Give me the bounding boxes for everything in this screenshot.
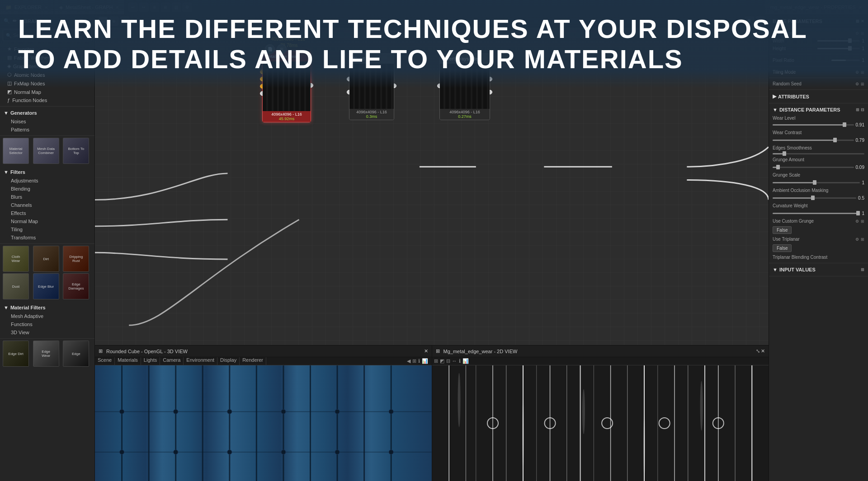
sidebar-item-functions[interactable]: Functions	[0, 320, 94, 328]
view-3d-title: Rounded Cube - OpenGL - 3D VIEW	[106, 349, 188, 354]
node-time-invert: 0.27ms	[442, 114, 488, 119]
thumb-edge[interactable]: Edge	[63, 341, 89, 367]
view-2d-panel: ⊞ Mg_metal_edge_wear - 2D VIEW ⤡ ✕ ⊞ ◩ ⊟…	[432, 346, 769, 481]
prop-ao-masking-value: 0.5	[858, 196, 864, 201]
sidebar-item-mesh-adaptive[interactable]: Mesh Adaptive	[0, 312, 94, 320]
prop-edges-smoothness-slider[interactable]	[773, 153, 864, 154]
nav-tab-display[interactable]: Display	[217, 357, 240, 365]
sidebar-cat-filters[interactable]: ▼ Filters	[0, 168, 94, 177]
thumb-edge-damages[interactable]: EdgeDamages	[63, 273, 89, 299]
node-resolution-metal: 4096x4096 - L16	[264, 112, 309, 117]
distance-params-icons: ⊞ ⊟	[856, 107, 864, 112]
prop-distance-params-header[interactable]: ▼ DISTANCE PARAMETERS ⊞ ⊟	[769, 105, 868, 114]
prop-row-custom-grunge-btn: False	[769, 225, 868, 235]
sidebar-item-blurs[interactable]: Blurs	[0, 193, 94, 201]
prop-custom-grunge-icon[interactable]: ⚙	[855, 219, 859, 224]
prop-input-values-section: ▼ INPUT VALUES ⊞	[769, 263, 868, 276]
thumb-dripping-rust[interactable]: DrippingRust	[63, 246, 89, 272]
sidebar-item-3d-view[interactable]: 3D View	[0, 328, 94, 336]
sidebar-item-normal-map[interactable]: ◩ Normal Map	[0, 88, 94, 96]
prop-triplanar-expand[interactable]: ⊞	[861, 237, 864, 242]
channels-label: Channels	[11, 202, 32, 208]
prop-wear-contrast-slider[interactable]	[773, 140, 854, 141]
view-3d-nav-icon-2[interactable]: ⊞	[412, 358, 416, 364]
thumb-edge-dirt[interactable]: Edge Dirt	[3, 341, 29, 367]
nav-tab-renderer[interactable]: Renderer	[240, 357, 266, 365]
view-2d-btn-6[interactable]: 📊	[462, 358, 469, 364]
view-2d-btn-5[interactable]: ℹ	[459, 358, 461, 364]
thumb-label-1: MaterialSelector	[8, 146, 23, 156]
prop-ao-masking-thumb	[811, 196, 815, 200]
transforms-label: Transforms	[11, 235, 36, 240]
prop-row-curvature-weight: Curvature Weight	[769, 202, 868, 210]
view-2d-btn-2[interactable]: ◩	[440, 358, 444, 364]
blending-label: Blending	[11, 186, 30, 191]
view-3d-nav-icon-4[interactable]: 📊	[422, 358, 428, 364]
view-2d-btn-4[interactable]: ↔	[452, 358, 457, 364]
blurs-label: Blurs	[11, 194, 22, 200]
view-3d-close-icon[interactable]: ✕	[424, 348, 428, 354]
view-3d-nav-icon-3[interactable]: ℹ	[418, 358, 420, 364]
view-3d-icon: ⊞	[99, 348, 103, 354]
prop-row-custom-grunge: Use Custom Grunge ⚙ ⊞	[769, 217, 868, 225]
sidebar-item-noises[interactable]: Noises	[0, 117, 94, 126]
nav-tab-camera[interactable]: Camera	[160, 357, 184, 365]
svg-point-18	[389, 409, 393, 414]
prop-grunge-scale-slider[interactable]	[773, 182, 860, 183]
prop-ao-masking-slider[interactable]	[773, 197, 856, 199]
prop-attributes-header[interactable]: ▶ ATTRIBUTES	[769, 92, 868, 101]
thumb-bottom-to-top[interactable]: Bottom ToTop	[63, 138, 89, 164]
thumb-material-selector[interactable]: MaterialSelector	[3, 138, 29, 164]
view-2d-btn-3[interactable]: ⊟	[446, 358, 450, 364]
sidebar-item-tiling[interactable]: Tiling	[0, 225, 94, 233]
thumb-label-edge: Edge	[71, 351, 81, 357]
thumb-dust[interactable]: Dust	[3, 273, 29, 299]
nav-tab-materials[interactable]: Materials	[115, 357, 141, 365]
thumb-edge-wear[interactable]: EdgeWear	[33, 341, 59, 367]
prop-triplanar-icon[interactable]: ⚙	[855, 237, 859, 242]
sidebar-filters-section: ▼ Filters Adjustments Blending Blurs Cha…	[0, 166, 94, 244]
svg-point-24	[389, 450, 393, 454]
thumb-edge-blur[interactable]: Edge Blur	[33, 273, 59, 299]
view-2d-toolbar: ⊞ ◩ ⊟ ↔ ℹ 📊	[432, 357, 769, 365]
sidebar-item-adjustments[interactable]: Adjustments	[0, 177, 94, 185]
sidebar-item-channels[interactable]: Channels	[0, 201, 94, 209]
thumb-label-rust: DrippingRust	[68, 254, 84, 264]
node-resolution-blend: 4096x4096 - L16	[351, 110, 392, 114]
thumbnail-grid-3: Edge Dirt EdgeWear Edge	[0, 339, 94, 369]
prop-curvature-weight-slider[interactable]	[773, 213, 860, 214]
view-3d-nav-icon-1[interactable]: ◀	[407, 358, 410, 364]
prop-wear-level-thumb	[843, 122, 846, 127]
prop-wear-level-slider[interactable]	[773, 124, 854, 126]
sidebar-cat-generators[interactable]: ▼ Generators	[0, 108, 94, 117]
view-2d-close-icon[interactable]: ✕	[761, 348, 765, 354]
prop-row-triplanar: Use Triplanar ⚙ ⊞	[769, 235, 868, 243]
view-2d-expand-icon[interactable]: ⤡	[756, 348, 760, 354]
view-2d-btn-1[interactable]: ⊞	[434, 358, 438, 364]
banner-line-1: LEARN THE DIFFERENT TECHNIQUES AT YOUR D…	[18, 14, 807, 44]
sidebar-item-transforms[interactable]: Transforms	[0, 233, 94, 242]
thumb-cloth-wear[interactable]: ClothWear	[3, 246, 29, 272]
prop-grunge-amount-slider[interactable]	[773, 167, 854, 168]
sidebar-item-patterns[interactable]: Patterns	[0, 126, 94, 134]
thumb-mesh-data[interactable]: Mesh DataCombiner	[33, 138, 59, 164]
sidebar-item-normal-map-filter[interactable]: Normal Map	[0, 217, 94, 225]
thumb-dirt[interactable]: Dirt	[33, 246, 59, 272]
sidebar-cat-material-filters[interactable]: ▼ Material Filters	[0, 303, 94, 312]
prop-custom-grunge-expand[interactable]: ⊞	[861, 219, 864, 224]
nav-tab-lights[interactable]: Lights	[141, 357, 160, 365]
prop-custom-grunge-btn[interactable]: False	[773, 226, 792, 234]
view-2d-content[interactable]	[432, 365, 769, 481]
prop-triplanar-btn[interactable]: False	[773, 244, 792, 252]
nav-tab-scene[interactable]: Scene	[95, 357, 115, 365]
prop-curvature-weight-thumb	[856, 211, 860, 215]
normal-map-icon: ◩	[7, 89, 12, 95]
prop-input-values-header[interactable]: ▼ INPUT VALUES ⊞	[769, 265, 868, 274]
view-3d-nav: Scene Materials Lights Camera Environmen…	[95, 357, 432, 365]
sidebar-item-function-nodes[interactable]: ƒ Function Nodes	[0, 96, 94, 104]
sidebar-item-effects[interactable]: Effects	[0, 209, 94, 217]
node-resolution-invert: 4096x4096 - L16	[442, 110, 488, 114]
nav-tab-environment[interactable]: Environment	[184, 357, 217, 365]
sidebar-item-blending[interactable]: Blending	[0, 185, 94, 193]
view-3d-content[interactable]	[95, 365, 432, 481]
